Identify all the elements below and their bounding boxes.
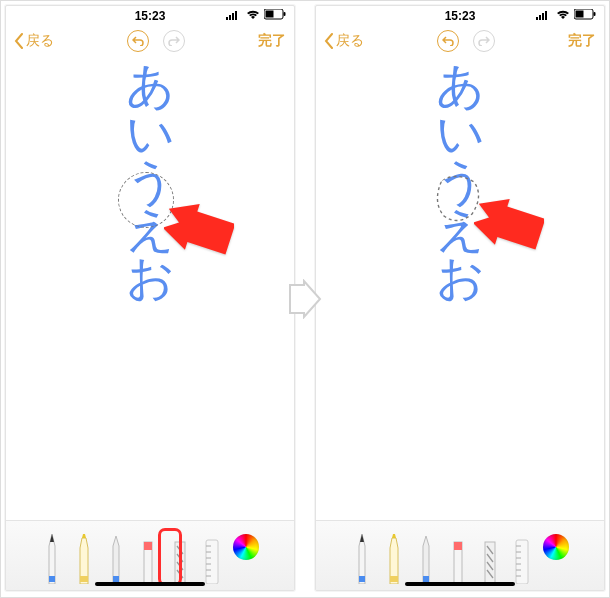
marker-tool[interactable]: [73, 532, 95, 584]
svg-rect-6: [284, 12, 286, 16]
signal-icon: [536, 10, 552, 20]
back-button[interactable]: 戻る: [324, 32, 364, 50]
svg-rect-1: [229, 15, 231, 20]
svg-rect-0: [226, 17, 228, 20]
back-label: 戻る: [336, 32, 364, 50]
annotation-arrow-icon: [164, 201, 234, 257]
undo-button[interactable]: [127, 30, 149, 52]
svg-rect-27: [594, 12, 596, 16]
undo-icon: [442, 36, 454, 46]
undo-button[interactable]: [437, 30, 459, 52]
svg-rect-9: [80, 576, 88, 582]
status-right-icons: [536, 9, 596, 20]
annotation-tool-highlight: [158, 528, 182, 586]
markup-toolbar: [316, 520, 604, 590]
status-right-icons: [226, 9, 286, 20]
done-label: 完了: [568, 32, 596, 48]
svg-rect-24: [545, 11, 547, 20]
back-label: 戻る: [26, 32, 54, 50]
undo-icon: [132, 36, 144, 46]
color-picker[interactable]: [233, 534, 259, 560]
svg-rect-30: [390, 576, 398, 582]
annotation-arrow-icon: [474, 196, 544, 252]
svg-rect-22: [539, 15, 541, 20]
svg-rect-8: [49, 576, 55, 582]
svg-rect-5: [266, 11, 274, 18]
drawing-canvas[interactable]: あ い う え お: [6, 56, 294, 520]
done-button[interactable]: 完了: [568, 32, 596, 50]
redo-button: [163, 30, 185, 52]
ruler-tool[interactable]: [511, 532, 533, 584]
char-o: お: [126, 254, 175, 302]
redo-icon: [478, 36, 490, 46]
home-indicator[interactable]: [405, 582, 515, 586]
ruler-tool[interactable]: [201, 532, 223, 584]
svg-rect-21: [536, 17, 538, 20]
redo-icon: [168, 36, 180, 46]
pen-tool[interactable]: [351, 532, 373, 584]
lasso-tool[interactable]: [479, 532, 501, 584]
svg-rect-23: [542, 13, 544, 20]
nav-bar: 戻る 完了: [6, 26, 294, 56]
pen-tool[interactable]: [41, 532, 63, 584]
back-button[interactable]: 戻る: [14, 32, 54, 50]
nav-bar: 戻る 完了: [316, 26, 604, 56]
battery-icon: [264, 9, 286, 20]
wifi-icon: [246, 10, 260, 20]
status-time: 15:23: [445, 9, 476, 23]
color-picker[interactable]: [543, 534, 569, 560]
svg-rect-33: [454, 542, 462, 550]
char-i: い: [436, 110, 485, 158]
wifi-icon: [556, 10, 570, 20]
char-i: い: [126, 110, 175, 158]
char-o: お: [436, 254, 485, 302]
svg-marker-28: [474, 196, 544, 252]
svg-rect-26: [576, 11, 584, 18]
battery-icon: [574, 9, 596, 20]
marker-tool[interactable]: [383, 532, 405, 584]
svg-marker-7: [164, 201, 234, 257]
status-bar: 15:23: [316, 6, 604, 26]
status-bar: 15:23: [6, 6, 294, 26]
char-a: あ: [126, 62, 175, 110]
done-button[interactable]: 完了: [258, 32, 286, 50]
pencil-tool[interactable]: [415, 532, 437, 584]
redo-button: [473, 30, 495, 52]
svg-rect-2: [232, 13, 234, 20]
char-a: あ: [436, 62, 485, 110]
chevron-left-icon: [324, 33, 334, 49]
eraser-tool[interactable]: [137, 532, 159, 584]
phone-right: 15:23 戻る 完了: [315, 5, 605, 591]
signal-icon: [226, 10, 242, 20]
markup-toolbar: [6, 520, 294, 590]
done-label: 完了: [258, 32, 286, 48]
home-indicator[interactable]: [95, 582, 205, 586]
svg-rect-12: [144, 542, 152, 550]
eraser-tool[interactable]: [447, 532, 469, 584]
svg-rect-34: [485, 542, 495, 584]
phone-left: 15:23 戻る 完了: [5, 5, 295, 591]
svg-rect-3: [235, 11, 237, 20]
svg-rect-14: [206, 540, 218, 584]
pencil-tool[interactable]: [105, 532, 127, 584]
svg-rect-29: [359, 576, 365, 582]
chevron-left-icon: [14, 33, 24, 49]
svg-rect-35: [516, 540, 528, 584]
status-time: 15:23: [135, 9, 166, 23]
transition-arrow-icon: [288, 279, 322, 319]
drawing-canvas[interactable]: あ い う え お: [316, 56, 604, 520]
